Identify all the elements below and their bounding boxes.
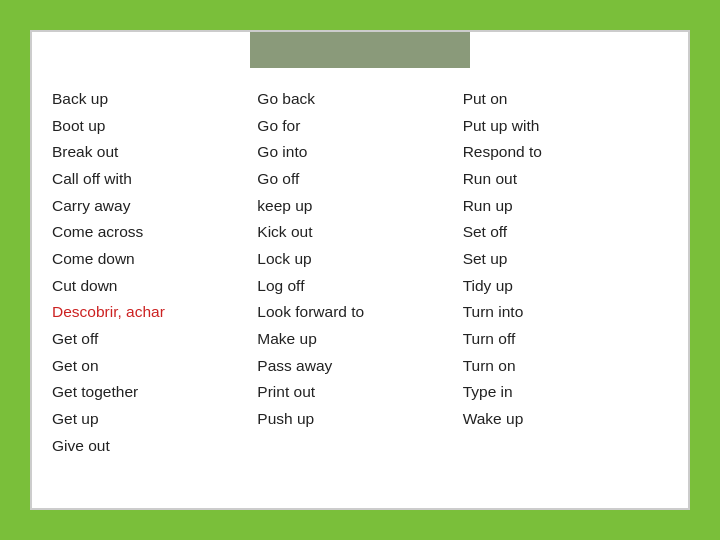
list-item: Call off with <box>52 166 257 193</box>
list-item: Go into <box>257 139 462 166</box>
card-content: Back upBoot upBreak outCall off withCarr… <box>32 68 688 508</box>
list-item: Tidy up <box>463 273 668 300</box>
list-item: Give out <box>52 433 257 460</box>
list-item: Go back <box>257 86 462 113</box>
list-item: Type in <box>463 379 668 406</box>
list-item: Boot up <box>52 113 257 140</box>
list-item: Respond to <box>463 139 668 166</box>
list-item: Put up with <box>463 113 668 140</box>
list-item: Turn into <box>463 299 668 326</box>
list-item: Turn on <box>463 353 668 380</box>
column-2: Go backGo forGo intoGo offkeep upKick ou… <box>257 86 462 490</box>
list-item: Make up <box>257 326 462 353</box>
list-item: Run out <box>463 166 668 193</box>
list-item: Turn off <box>463 326 668 353</box>
list-item: Look forward to <box>257 299 462 326</box>
card-header <box>250 32 470 68</box>
list-item: Carry away <box>52 193 257 220</box>
list-item: keep up <box>257 193 462 220</box>
list-item: Lock up <box>257 246 462 273</box>
list-item: Put on <box>463 86 668 113</box>
list-item: Print out <box>257 379 462 406</box>
list-item: Set off <box>463 219 668 246</box>
list-item: Get up <box>52 406 257 433</box>
list-item: Go off <box>257 166 462 193</box>
list-item: Run up <box>463 193 668 220</box>
list-item: Come across <box>52 219 257 246</box>
column-3: Put onPut up withRespond toRun outRun up… <box>463 86 668 490</box>
main-card: Back upBoot upBreak outCall off withCarr… <box>30 30 690 510</box>
list-item: Descobrir, achar <box>52 299 257 326</box>
list-item: Get together <box>52 379 257 406</box>
list-item: Get off <box>52 326 257 353</box>
list-item: Get on <box>52 353 257 380</box>
list-item: Come down <box>52 246 257 273</box>
list-item: Set up <box>463 246 668 273</box>
column-1: Back upBoot upBreak outCall off withCarr… <box>52 86 257 490</box>
list-item: Pass away <box>257 353 462 380</box>
list-item: Log off <box>257 273 462 300</box>
list-item: Kick out <box>257 219 462 246</box>
list-item: Push up <box>257 406 462 433</box>
list-item: Break out <box>52 139 257 166</box>
list-item: Back up <box>52 86 257 113</box>
list-item: Wake up <box>463 406 668 433</box>
list-item: Go for <box>257 113 462 140</box>
list-item: Cut down <box>52 273 257 300</box>
